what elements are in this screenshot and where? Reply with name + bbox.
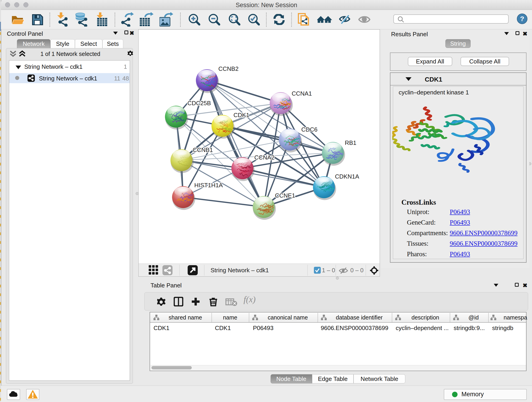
svg-text:CDC6: CDC6 <box>301 126 317 133</box>
svg-text:CCNE1: CCNE1 <box>275 192 295 199</box>
svg-text:CCNA1: CCNA1 <box>292 90 312 97</box>
svg-text:CDK1: CDK1 <box>234 112 249 119</box>
svg-text:RB1: RB1 <box>345 139 356 146</box>
svg-text:CCNA2: CCNA2 <box>254 154 274 161</box>
svg-text:CCNB1: CCNB1 <box>193 147 213 153</box>
svg-text:CDC25B: CDC25B <box>187 100 211 107</box>
svg-text:HIST1H1A: HIST1H1A <box>194 182 223 189</box>
svg-text:CCNB2: CCNB2 <box>218 65 239 72</box>
svg-text:?: ? <box>520 15 524 22</box>
svg-text:CDKN1A: CDKN1A <box>335 173 359 180</box>
